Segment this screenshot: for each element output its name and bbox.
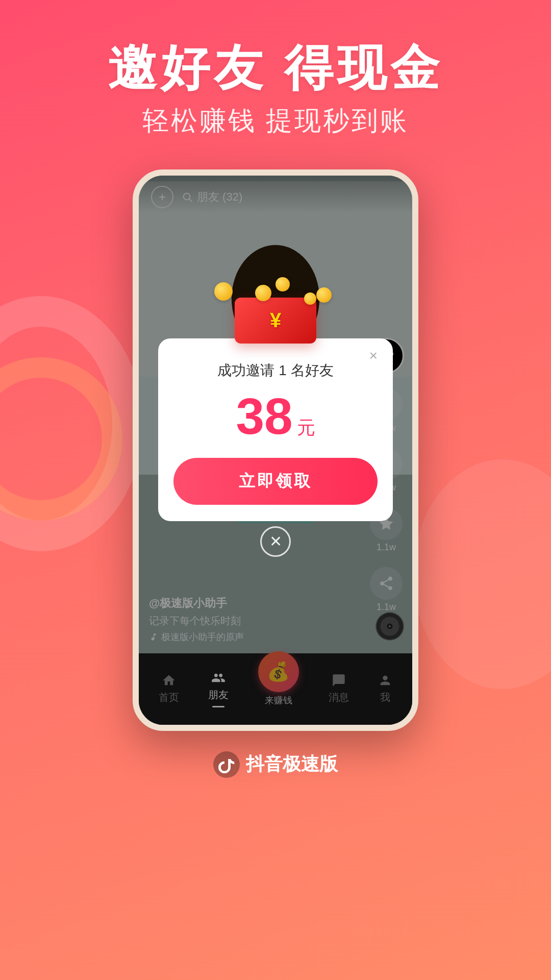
tiktok-logo-icon — [213, 751, 240, 778]
app-name: 抖音极速版 — [246, 752, 338, 777]
phone-container: + 朋友 (32) — [0, 169, 551, 731]
coin-3 — [276, 277, 290, 291]
amount-unit: 元 — [297, 415, 315, 440]
coin-1 — [214, 282, 233, 301]
sub-title: 轻松赚钱 提现秒到账 — [0, 103, 551, 139]
red-envelope: ¥ — [235, 298, 316, 344]
phone-mockup: + 朋友 (32) — [133, 169, 418, 731]
page-footer: 抖音极速版 — [0, 751, 551, 778]
coin-4 — [255, 285, 271, 301]
claim-reward-button[interactable]: 立即领取 — [173, 458, 378, 505]
dismiss-circle-button[interactable]: ✕ — [260, 526, 291, 557]
phone-screen: + 朋友 (32) — [139, 176, 412, 725]
header-section: 邀好友 得现金 轻松赚钱 提现秒到账 — [0, 0, 551, 139]
circle-close-icon: ✕ — [269, 532, 282, 550]
modal-overlay: ¥ × 成功邀请 1 名好友 — [139, 176, 412, 725]
coin-5 — [304, 292, 316, 305]
reward-amount: 38 元 — [158, 390, 393, 442]
close-icon: × — [369, 348, 378, 364]
reward-modal: ¥ × 成功邀请 1 名好友 — [158, 338, 393, 521]
amount-number: 38 — [236, 390, 292, 442]
red-envelope-label: ¥ — [270, 309, 281, 332]
modal-close-button[interactable]: × — [364, 347, 383, 365]
main-title: 邀好友 得现金 — [0, 41, 551, 95]
svg-point-14 — [213, 751, 240, 778]
modal-title: 成功邀请 1 名好友 — [158, 357, 393, 380]
decoration-container: ¥ — [204, 282, 347, 344]
coin-2 — [316, 287, 332, 303]
